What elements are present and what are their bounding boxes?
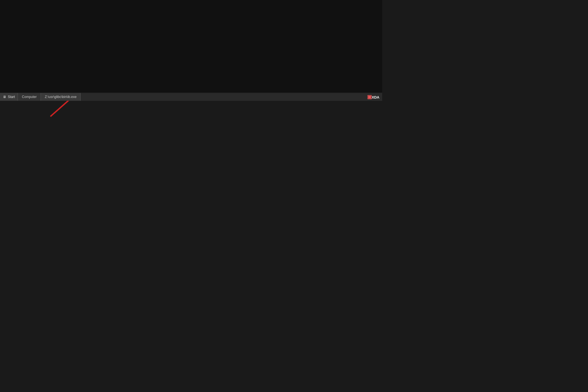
bottom-black-area	[0, 0, 382, 92]
xda-logo: ▣XDA	[367, 94, 379, 100]
window-wrapper: 🖥 Computer — File View Help ⬆ Up 📋 Copy …	[0, 0, 382, 101]
status-bar: 🖥 Start Computer Z:\usr\glibc\bin\ib.exe…	[0, 92, 382, 101]
start-icon: 🖥	[3, 95, 6, 99]
start-button[interactable]: 🖥 Start	[0, 93, 18, 101]
start-label: Start	[8, 95, 15, 99]
taskbar-window[interactable]: Computer	[18, 93, 41, 101]
status-path: Z:\usr\glibc\bin\ib.exe	[41, 93, 81, 101]
